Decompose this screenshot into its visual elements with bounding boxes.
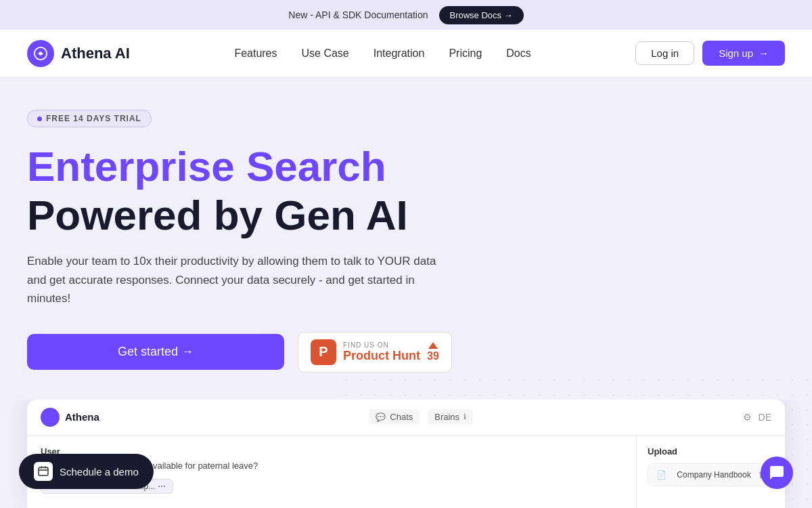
schedule-demo-button[interactable]: Schedule a demo: [19, 454, 154, 489]
login-button[interactable]: Log in: [635, 41, 694, 65]
product-hunt-logo: P: [311, 339, 336, 365]
product-hunt-text: FIND US ON Product Hunt: [343, 341, 420, 363]
nav-links: Features Use Case Integration Pricing Do…: [234, 47, 531, 60]
info-icon: ℹ: [464, 412, 466, 421]
logo-name: Athena AI: [61, 45, 130, 62]
preview-header: Athena 💬 Chats Brains ℹ ⚙: [27, 400, 785, 436]
hero-title-purple: Enterprise Search: [27, 144, 785, 190]
chat-support-button[interactable]: [761, 457, 793, 489]
hero-description: Enable your team to 10x their productivi…: [27, 252, 447, 308]
nav-features[interactable]: Features: [234, 47, 277, 59]
upload-title: Upload: [648, 446, 774, 457]
more-icon: ⋯: [158, 482, 166, 491]
preview-logo: Athena: [41, 408, 99, 427]
file-icon: 📄: [656, 470, 667, 480]
preview-tabs: 💬 Chats Brains ℹ: [369, 409, 473, 425]
settings-icon[interactable]: ⚙: [743, 412, 752, 423]
browse-docs-button[interactable]: Browse Docs →: [439, 6, 524, 24]
nav-usecase[interactable]: Use Case: [302, 47, 349, 59]
nav-integration[interactable]: Integration: [374, 47, 425, 59]
preview-tab-chats[interactable]: 💬 Chats: [369, 409, 420, 425]
file-item[interactable]: 📄 Company Handbook ⬆: [648, 463, 774, 486]
file-name: Company Handbook: [677, 470, 750, 480]
page-wrapper: FREE 14 DAYS TRIAL Enterprise Search Pow…: [0, 77, 812, 508]
signup-button[interactable]: Sign up →: [702, 41, 785, 66]
banner-text: New - API & SDK Documentation: [288, 9, 428, 20]
preview-logo-icon: [41, 408, 60, 427]
logo[interactable]: Athena AI: [27, 40, 130, 67]
trial-badge: FREE 14 DAYS TRIAL: [27, 110, 152, 127]
trial-dot: [37, 117, 42, 121]
hero-content: FREE 14 DAYS TRIAL Enterprise Search Pow…: [27, 110, 785, 373]
app-preview: Athena 💬 Chats Brains ℹ ⚙: [27, 400, 785, 508]
calendar-icon: [34, 462, 53, 481]
chats-icon: 💬: [376, 412, 386, 422]
top-banner: New - API & SDK Documentation Browse Doc…: [0, 0, 812, 30]
hero-actions: Get started → P FIND US ON Product Hunt …: [27, 332, 785, 373]
product-hunt-badge[interactable]: P FIND US ON Product Hunt 39: [298, 332, 452, 373]
nav-docs[interactable]: Docs: [506, 47, 531, 59]
hero-title-black: Powered by Gen AI: [27, 192, 785, 238]
lang-label: DE: [759, 412, 771, 423]
preview-tab-brains[interactable]: Brains ℹ: [428, 409, 473, 425]
upvote-triangle-icon: [428, 342, 438, 349]
nav-actions: Log in Sign up →: [635, 41, 785, 66]
svg-rect-1: [39, 467, 48, 475]
preview-actions: ⚙ DE: [743, 412, 771, 423]
nav-pricing[interactable]: Pricing: [449, 47, 482, 59]
hero-section: FREE 14 DAYS TRIAL Enterprise Search Pow…: [0, 77, 812, 508]
logo-icon: [27, 40, 54, 67]
get-started-button[interactable]: Get started →: [27, 334, 284, 370]
product-hunt-vote: 39: [427, 342, 439, 362]
navbar: Athena AI Features Use Case Integration …: [0, 30, 812, 77]
